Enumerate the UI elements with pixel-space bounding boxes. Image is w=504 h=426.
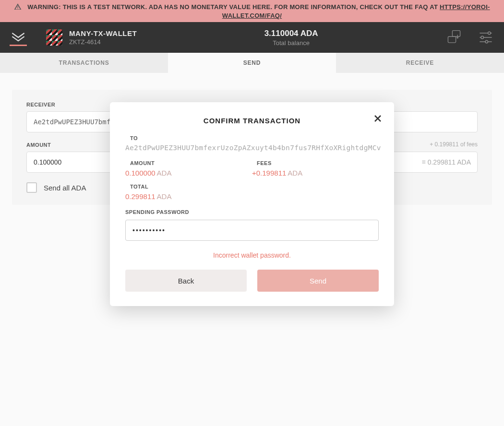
spending-password-input[interactable]: [125, 220, 379, 241]
close-icon[interactable]: [372, 113, 384, 124]
modal-total-label: TOTAL: [130, 184, 379, 189]
back-button[interactable]: Back: [125, 270, 247, 292]
modal-title: CONFIRM TRANSACTION: [125, 117, 379, 125]
pw-label: SPENDING PASSWORD: [125, 209, 379, 215]
modal-fees-label: FEES: [257, 160, 379, 166]
to-address: Ae2tdPwUPEZ3HUU7bmfexrUzoZpAZxuyt4b4bn7f…: [125, 144, 379, 152]
modal-fees-value: +0.199811ADA: [252, 169, 379, 177]
confirm-modal: CONFIRM TRANSACTION TO Ae2tdPwUPEZ3HUU7b…: [110, 102, 394, 306]
modal-amount-value: 0.100000ADA: [125, 169, 252, 177]
send-button[interactable]: Send: [257, 270, 379, 292]
modal-overlay: CONFIRM TRANSACTION TO Ae2tdPwUPEZ3HUU7b…: [0, 0, 504, 426]
modal-total-value: 0.299811ADA: [125, 192, 379, 201]
to-label: TO: [130, 135, 379, 141]
modal-amount-label: AMOUNT: [130, 160, 252, 166]
error-message: Incorrect wallet password.: [125, 251, 379, 259]
